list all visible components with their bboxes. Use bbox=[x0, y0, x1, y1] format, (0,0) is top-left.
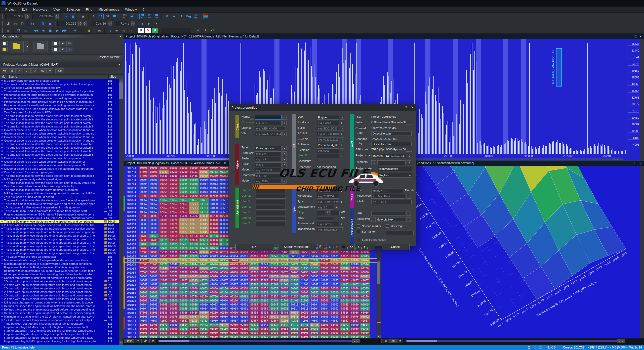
tab-2d[interactable]: 2d bbox=[134, 339, 142, 343]
hex-cell[interactable]: 02000 bbox=[320, 323, 330, 327]
hex-cell[interactable]: 00038 bbox=[279, 307, 290, 311]
hex-cell[interactable]: 00019 bbox=[199, 254, 209, 258]
hex-cell[interactable]: 41000 bbox=[209, 202, 219, 206]
hex-cell[interactable]: 00663 bbox=[149, 234, 159, 238]
hex-cell[interactable]: 41000 bbox=[209, 279, 219, 283]
hex-cell[interactable]: 55536 bbox=[249, 250, 259, 254]
map-list-row[interactable]: ✳This is a 2D map whose inputs are ambie… bbox=[0, 230, 119, 234]
org-org-button[interactable]: Org Org bbox=[193, 14, 199, 19]
hex-cell[interactable]: 00100 bbox=[159, 291, 169, 295]
name-input[interactable] bbox=[255, 115, 281, 120]
hex-cell[interactable]: 00398 bbox=[189, 335, 199, 338]
hex-cell[interactable]: 07800 bbox=[320, 267, 330, 271]
hex-cell[interactable]: 40667 bbox=[320, 279, 330, 283]
ecu-user11-more-button[interactable]: > bbox=[340, 154, 344, 158]
hex-row[interactable]: 201C140000000000000800007600072000670004… bbox=[124, 315, 381, 319]
hex-cell[interactable]: 08800 bbox=[209, 327, 219, 331]
vehicle-series-input[interactable]: e.g. Golf bbox=[255, 157, 281, 161]
hex-cell[interactable]: 00050 bbox=[169, 234, 179, 238]
hex-cell[interactable]: 00001 bbox=[149, 307, 159, 311]
hex-cell[interactable]: 00060 bbox=[169, 307, 179, 311]
hex-cell[interactable]: 65486 bbox=[279, 250, 290, 254]
help-icon[interactable]: ? bbox=[405, 106, 407, 109]
binary-button[interactable]: 111 111 bbox=[153, 14, 159, 19]
read-input[interactable] bbox=[371, 211, 405, 216]
hex-cell[interactable]: 55536 bbox=[159, 214, 169, 218]
windows-tile-icon[interactable]: ◫ bbox=[23, 28, 29, 33]
hex-cell[interactable]: 08600 bbox=[149, 174, 159, 178]
hex-cell[interactable]: 00000 bbox=[259, 331, 269, 335]
map-list-row[interactable]: ✳MES gov slope for faulty vehicle speed … bbox=[0, 178, 119, 181]
hex-cell[interactable]: 08800 bbox=[209, 335, 219, 338]
hex-cell[interactable]: 00800 bbox=[259, 299, 269, 303]
read-more-button[interactable]: > bbox=[407, 211, 411, 216]
hex-cell[interactable]: 00076 bbox=[169, 222, 179, 226]
hex-cell[interactable]: 08600 bbox=[149, 194, 159, 198]
hex-cell[interactable]: 11476 bbox=[229, 258, 239, 262]
hex-cell[interactable]: 00050 bbox=[350, 327, 360, 331]
hex-cell[interactable]: 00045 bbox=[179, 303, 189, 307]
map-list-row[interactable]: ✳MES governor slope until time since eng… bbox=[0, 192, 119, 195]
hex-cell[interactable]: 00050 bbox=[199, 214, 209, 218]
hex-cell[interactable]: 00076 bbox=[259, 315, 269, 319]
hex-cell[interactable]: 42667 bbox=[179, 202, 189, 206]
hex-cell[interactable]: 41667 bbox=[169, 283, 179, 287]
menu-selection[interactable]: Selection bbox=[64, 7, 83, 12]
hex-cell[interactable]: 01250 bbox=[269, 295, 279, 299]
hex-cell[interactable]: 04044 bbox=[189, 262, 199, 267]
hex-cell[interactable]: 08800 bbox=[300, 287, 310, 291]
add-map-icon[interactable] bbox=[52, 41, 59, 46]
hex-cell[interactable]: 00398 bbox=[189, 291, 199, 295]
hex-cell[interactable]: 00013 bbox=[209, 178, 219, 182]
hex-cell[interactable]: 00050 bbox=[199, 174, 209, 178]
ecu-software-input[interactable]: Paccar NC4_1284 bbox=[317, 143, 339, 147]
filter-rows-icon[interactable]: ≣ bbox=[46, 68, 53, 73]
hex-cell[interactable]: 00663 bbox=[199, 238, 209, 242]
hex-cell[interactable]: 00497 bbox=[269, 335, 279, 338]
export-icon[interactable]: ◳ bbox=[12, 21, 18, 26]
reseller-project-type-input[interactable]: e.g. Map Pack bbox=[371, 194, 405, 199]
hex-cell[interactable]: 00000 bbox=[219, 222, 229, 226]
hex-cell[interactable]: 41000 bbox=[300, 283, 310, 287]
filter-off-button[interactable]: Off bbox=[55, 68, 64, 73]
map-list-row[interactable]: ✳This is a 2D map whose inputs are backp… bbox=[0, 227, 119, 230]
hex-cell[interactable]: 00072 bbox=[179, 226, 189, 230]
hex-cell[interactable]: 00629 bbox=[259, 335, 269, 338]
hex-cell[interactable]: 07600 bbox=[139, 271, 149, 275]
user-7-input[interactable] bbox=[256, 222, 286, 226]
user-tag-checkbox[interactable] bbox=[386, 224, 389, 228]
search-vehicle-data-button[interactable]: Search vehicle data bbox=[278, 244, 316, 250]
hex-cell[interactable]: 07800 bbox=[229, 267, 239, 271]
hex-cell[interactable]: 00050 bbox=[189, 287, 199, 291]
hex-cell[interactable]: 42667 bbox=[179, 279, 189, 283]
hex-cell[interactable]: 00000 bbox=[159, 166, 169, 170]
hex-cell[interactable]: 41667 bbox=[350, 283, 360, 287]
hex-row[interactable]: 201A340000400001000650006000045000390001… bbox=[124, 254, 381, 258]
hex-cell[interactable]: 41667 bbox=[249, 283, 259, 287]
hex-cell[interactable]: 40667 bbox=[330, 283, 340, 287]
first-map-icon[interactable]: ◀◀ bbox=[33, 28, 39, 33]
hex-cell[interactable]: 02934 bbox=[310, 258, 320, 262]
hex-cell[interactable]: 00004 bbox=[139, 186, 149, 190]
hex-cell[interactable]: 00050 bbox=[279, 327, 290, 331]
hex-cell[interactable]: 01674 bbox=[360, 258, 370, 262]
hex-cell[interactable]: 40667 bbox=[149, 202, 159, 206]
hex-cell[interactable]: 02151 bbox=[279, 267, 290, 271]
price-input[interactable]: empty = 10 bbox=[371, 189, 403, 193]
hex-cell[interactable]: 00067 bbox=[189, 226, 199, 230]
hex-cell[interactable]: 00004 bbox=[139, 307, 149, 311]
map-list-row[interactable]: ✳Maximum rate of change of fuel downward… bbox=[0, 262, 119, 266]
hex-cell[interactable]: 00013 bbox=[209, 254, 219, 258]
hex-cell[interactable]: 00100 bbox=[159, 335, 169, 338]
hex-cell[interactable]: 00000 bbox=[330, 275, 340, 279]
hex-cell[interactable]: 00663 bbox=[330, 295, 340, 299]
hex-cell[interactable]: 00004 bbox=[320, 307, 330, 311]
hex-cell[interactable]: 40667 bbox=[139, 283, 149, 287]
project-size-more-button[interactable]: > bbox=[407, 154, 411, 158]
hex-cell[interactable]: 00398 bbox=[279, 291, 290, 295]
hex-cell[interactable]: 00750 bbox=[300, 295, 310, 299]
checksum-button[interactable]: ... bbox=[406, 147, 412, 152]
scroll-left-icon[interactable]: ◂ bbox=[617, 339, 621, 343]
hex-cell[interactable]: 00375 bbox=[340, 327, 350, 331]
hex-cell[interactable]: 00004 bbox=[219, 190, 229, 194]
